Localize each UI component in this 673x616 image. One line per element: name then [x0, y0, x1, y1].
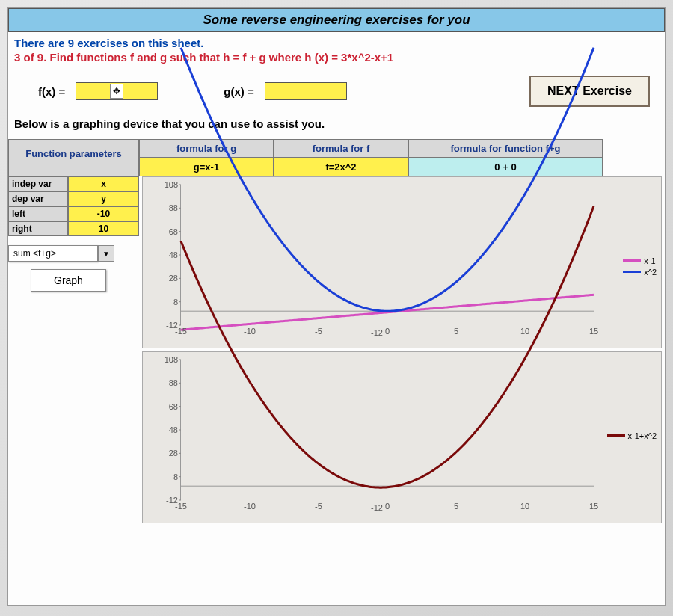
graph-button[interactable]: Graph — [31, 269, 106, 292]
param-table: indep varx dep vary left-10 right10 — [8, 176, 139, 236]
header-f: formula for f — [274, 139, 408, 158]
next-exercise-button[interactable]: NEXT Exercise — [529, 76, 650, 107]
intro-count: There are 9 exercises on this sheet. — [14, 37, 659, 49]
chart-top: -12828486888108-15-10-5051015-12 x-1x^2 — [142, 176, 662, 348]
header-params: Function parameters — [8, 139, 139, 176]
intro-prompt: 3 of 9. Find functions f and g such that… — [14, 51, 659, 64]
header-sum: formula for function f+g — [408, 139, 603, 158]
formula-sum: 0 + 0 — [408, 158, 603, 176]
fx-label: f(x) = — [38, 85, 65, 98]
formula-f[interactable]: f=2x^2 — [274, 158, 408, 176]
page-title: Some reverse engineering exercises for y… — [8, 8, 665, 32]
formula-g[interactable]: g=x-1 — [139, 158, 274, 176]
assist-text: Below is a graphing device that you can … — [8, 114, 665, 139]
sum-selector[interactable]: sum <f+g> — [8, 245, 98, 262]
cursor-icon: ✥ — [110, 84, 123, 99]
fx-input[interactable]: ✥ — [76, 82, 158, 100]
gx-input[interactable] — [265, 82, 347, 100]
header-g: formula for g — [139, 139, 274, 158]
chevron-down-icon[interactable]: ▼ — [98, 245, 114, 262]
chart-area: -12828486888108-15-10-5051015-12 x-1x^2 … — [139, 176, 665, 526]
gx-label: g(x) = — [224, 85, 253, 98]
chart-bottom: -12828486888108-15-10-5051015-12 x-1+x^2 — [142, 351, 662, 523]
